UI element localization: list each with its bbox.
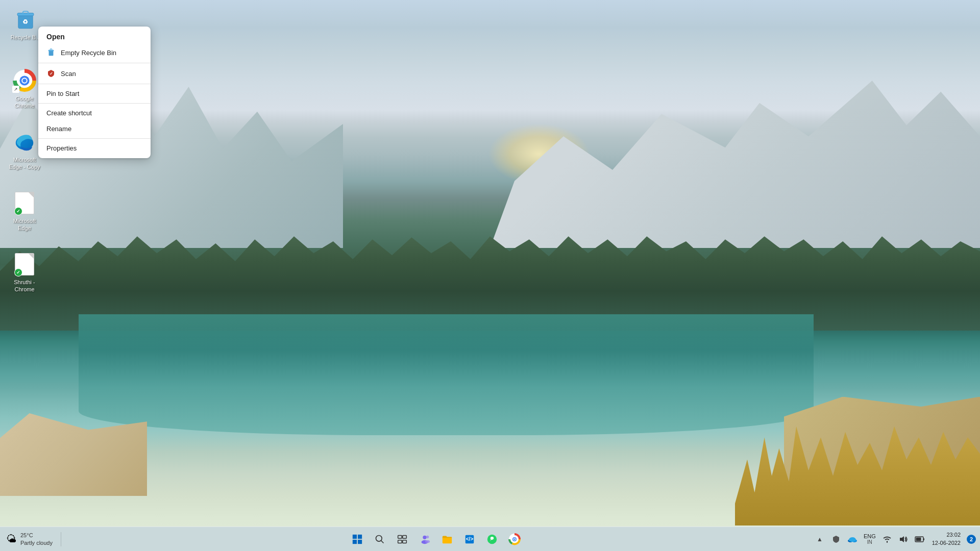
- wifi-icon[interactable]: [880, 532, 894, 546]
- shruthi-icon-img: ✓: [12, 252, 37, 277]
- language-indicator[interactable]: ENG IN: [862, 533, 878, 545]
- svg-point-35: [513, 538, 515, 540]
- task-view-icon: [397, 534, 407, 544]
- svg-text:♻: ♻: [23, 18, 29, 26]
- context-menu-item-open[interactable]: Open: [38, 29, 151, 44]
- svg-rect-15: [358, 534, 362, 538]
- menu-separator-2: [38, 84, 151, 84]
- file-explorer-button[interactable]: [437, 529, 457, 549]
- desktop-icon-edge[interactable]: ✓ Microsoft Edge: [4, 189, 45, 234]
- empty-recycle-bin-label: Empty Recycle Bin: [61, 49, 116, 57]
- language-region: IN: [867, 539, 872, 545]
- system-tray: ▲ ENG IN: [808, 531, 980, 547]
- recycle-bin-menu-icon: [46, 48, 56, 57]
- weather-temp: 25°C: [20, 532, 53, 539]
- context-menu-item-pin-to-start[interactable]: Pin to Start: [38, 86, 151, 102]
- search-icon: [375, 534, 385, 544]
- weather-icon: 🌤: [6, 533, 16, 545]
- antivirus-icon: [832, 535, 840, 543]
- check-badge-2: ✓: [14, 268, 22, 277]
- windows-logo-icon: [352, 534, 363, 545]
- svg-rect-23: [403, 540, 407, 543]
- svg-rect-12: [50, 49, 52, 51]
- svg-marker-39: [900, 536, 904, 542]
- teams-icon: [419, 534, 430, 545]
- svg-rect-22: [398, 540, 402, 543]
- notification-badge[interactable]: 2: [967, 535, 976, 544]
- scan-shield-icon: ✓: [46, 69, 56, 78]
- dev-home-icon: </>: [464, 534, 475, 545]
- start-button[interactable]: [347, 529, 368, 549]
- svg-rect-20: [398, 535, 402, 538]
- svg-line-19: [381, 540, 383, 543]
- volume-icon[interactable]: [896, 532, 911, 546]
- recycle-bin-icon: ♻: [14, 8, 37, 31]
- svg-rect-14: [353, 534, 357, 538]
- clock-date: 12-06-2022: [932, 539, 961, 547]
- dev-home-button[interactable]: </>: [459, 529, 480, 549]
- chrome-label: Google Chrome: [6, 95, 43, 110]
- context-menu-item-empty-recycle-bin[interactable]: Empty Recycle Bin: [38, 44, 151, 61]
- menu-separator-3: [38, 103, 151, 104]
- svg-text:</>: </>: [466, 536, 474, 541]
- edge-copy-icon-img: [12, 130, 37, 154]
- clock-time: 23:02: [946, 531, 961, 539]
- context-menu-item-properties[interactable]: Properties: [38, 140, 151, 156]
- teams-button[interactable]: [414, 529, 435, 549]
- context-menu-item-create-shortcut[interactable]: Create shortcut: [38, 105, 151, 121]
- battery-icon[interactable]: [913, 532, 927, 546]
- shortcut-badge: ↗: [12, 86, 19, 93]
- svg-rect-16: [353, 539, 357, 543]
- taskbar-center: </>: [63, 529, 808, 549]
- rename-label: Rename: [46, 125, 71, 133]
- chrome-icon-img: ↗: [12, 68, 37, 93]
- clock-display[interactable]: 23:02 12-06-2022: [929, 531, 964, 547]
- menu-separator-4: [38, 138, 151, 139]
- svg-rect-21: [403, 535, 407, 538]
- svg-point-8: [22, 79, 27, 83]
- task-view-button[interactable]: [392, 529, 412, 549]
- properties-label: Properties: [46, 144, 77, 152]
- weather-condition: Partly cloudy: [20, 539, 53, 546]
- recycle-bin-icon-img: ♻: [13, 7, 38, 32]
- shruthi-label: Shruthi - Chrome: [6, 279, 43, 293]
- svg-rect-41: [916, 537, 921, 541]
- open-label: Open: [46, 33, 65, 41]
- battery-status-icon: [915, 536, 925, 543]
- check-badge: ✓: [14, 207, 22, 215]
- search-button[interactable]: [370, 529, 390, 549]
- file-explorer-icon: [442, 534, 453, 545]
- svg-point-24: [423, 535, 426, 539]
- svg-point-27: [425, 540, 430, 543]
- svg-text:✓: ✓: [50, 71, 53, 76]
- context-menu: Open Empty Recycle Bin ✓ Scan: [38, 27, 151, 158]
- edge-copy-icon: [13, 130, 36, 154]
- tray-antivirus-icon[interactable]: [829, 532, 843, 546]
- scan-label: Scan: [61, 70, 76, 78]
- onedrive-icon: [848, 536, 857, 542]
- desktop-icon-shruthi[interactable]: ✓ Shruthi - Chrome: [4, 250, 45, 295]
- svg-point-25: [426, 535, 429, 538]
- whatsapp-icon: [486, 534, 498, 545]
- pin-to-start-label: Pin to Start: [46, 90, 79, 97]
- svg-rect-2: [23, 11, 29, 14]
- create-shortcut-label: Create shortcut: [46, 109, 92, 117]
- wifi-signal-icon: [883, 535, 892, 543]
- context-menu-item-rename[interactable]: Rename: [38, 121, 151, 137]
- context-menu-item-scan[interactable]: ✓ Scan: [38, 65, 151, 82]
- whatsapp-button[interactable]: [482, 529, 502, 549]
- taskbar-chrome-icon: [508, 533, 521, 545]
- tray-onedrive-icon[interactable]: [845, 532, 860, 546]
- edge-file-label: Microsoft Edge: [6, 217, 43, 232]
- taskbar-chrome-button[interactable]: [504, 529, 525, 549]
- language-code: ENG: [864, 533, 876, 539]
- menu-separator-1: [38, 63, 151, 63]
- edge-file-icon-img: ✓: [12, 191, 37, 215]
- weather-text: 25°C Partly cloudy: [20, 532, 53, 546]
- svg-point-18: [376, 535, 382, 541]
- svg-rect-17: [358, 539, 362, 543]
- taskbar-weather[interactable]: 🌤 25°C Partly cloudy: [0, 532, 59, 546]
- show-hidden-icons-button[interactable]: ▲: [813, 532, 827, 546]
- edge-copy-label: Microsoft Edge - Copy: [6, 156, 43, 171]
- taskbar: 🌤 25°C Partly cloudy: [0, 527, 980, 551]
